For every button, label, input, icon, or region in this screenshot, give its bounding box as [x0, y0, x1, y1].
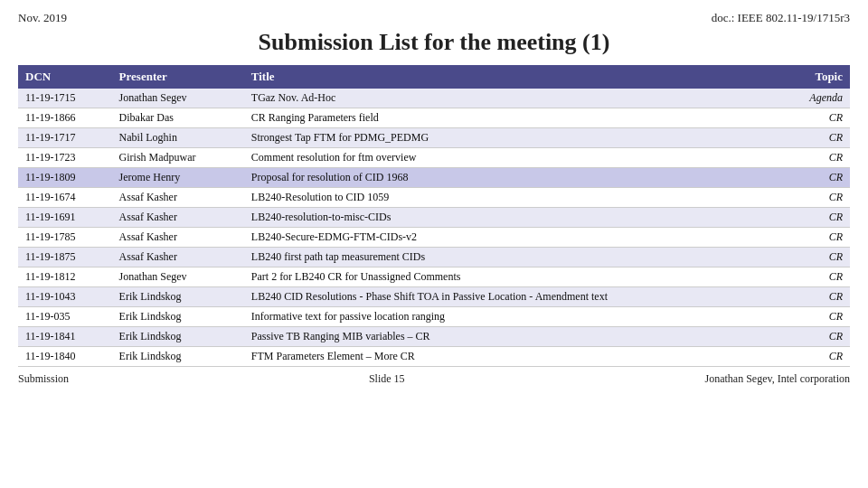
col-header-topic: Topic [781, 65, 850, 89]
cell-dcn: 11-19-1812 [18, 267, 112, 287]
cell-dcn: 11-19-1715 [18, 89, 112, 108]
col-header-title: Title [244, 65, 781, 89]
cell-dcn: 11-19-1674 [18, 188, 112, 208]
cell-presenter: Assaf Kasher [112, 188, 244, 208]
cell-topic: CR [781, 347, 850, 367]
table-row: 11-19-1723Girish MadpuwarComment resolut… [18, 148, 850, 168]
cell-presenter: Jonathan Segev [112, 89, 244, 108]
footer-left: Submission [18, 372, 69, 386]
cell-presenter: Dibakar Das [112, 108, 244, 128]
table-row: 11-19-1785Assaf KasherLB240-Secure-EDMG-… [18, 228, 850, 248]
cell-dcn: 11-19-1785 [18, 228, 112, 248]
table-row: 11-19-1875Assaf KasherLB240 first path t… [18, 248, 850, 267]
cell-topic: CR [781, 108, 850, 128]
cell-presenter: Jonathan Segev [112, 267, 244, 287]
cell-title: LB240-Secure-EDMG-FTM-CIDs-v2 [244, 228, 781, 248]
table-row: 11-19-035Erik LindskogInformative text f… [18, 307, 850, 327]
table-row: 11-19-1841Erik LindskogPassive TB Rangin… [18, 327, 850, 347]
cell-topic: CR [781, 148, 850, 168]
cell-presenter: Erik Lindskog [112, 307, 244, 327]
header-right: doc.: IEEE 802.11-19/1715r3 [712, 11, 850, 25]
cell-title: LB240-resolution-to-misc-CIDs [244, 208, 781, 228]
cell-dcn: 11-19-035 [18, 307, 112, 327]
cell-title: Strongest Tap FTM for PDMG_PEDMG [244, 128, 781, 148]
cell-title: LB240-Resolution to CID 1059 [244, 188, 781, 208]
header: Nov. 2019 doc.: IEEE 802.11-19/1715r3 [18, 11, 850, 25]
cell-presenter: Erik Lindskog [112, 287, 244, 307]
cell-dcn: 11-19-1723 [18, 148, 112, 168]
cell-title: FTM Parameters Element – More CR [244, 347, 781, 367]
cell-presenter: Erik Lindskog [112, 327, 244, 347]
cell-topic: CR [781, 248, 850, 267]
cell-topic: CR [781, 168, 850, 188]
table-row: 11-19-1674Assaf KasherLB240-Resolution t… [18, 188, 850, 208]
cell-presenter: Jerome Henry [112, 168, 244, 188]
submission-table: DCN Presenter Title Topic 11-19-1715Jona… [18, 65, 850, 367]
cell-title: LB240 CID Resolutions - Phase Shift TOA … [244, 287, 781, 307]
page-title: Submission List for the meeting (1) [18, 29, 850, 56]
cell-title: Passive TB Ranging MIB variables – CR [244, 327, 781, 347]
table-row: 11-19-1809Jerome HenryProposal for resol… [18, 168, 850, 188]
header-left: Nov. 2019 [18, 11, 67, 25]
cell-topic: CR [781, 128, 850, 148]
col-header-presenter: Presenter [112, 65, 244, 89]
page: Nov. 2019 doc.: IEEE 802.11-19/1715r3 Su… [0, 0, 868, 488]
cell-topic: CR [781, 188, 850, 208]
cell-title: Comment resolution for ftm overview [244, 148, 781, 168]
cell-title: Informative text for passive location ra… [244, 307, 781, 327]
cell-presenter: Girish Madpuwar [112, 148, 244, 168]
table-row: 11-19-1691Assaf KasherLB240-resolution-t… [18, 208, 850, 228]
cell-topic: CR [781, 287, 850, 307]
col-header-dcn: DCN [18, 65, 112, 89]
cell-dcn: 11-19-1809 [18, 168, 112, 188]
table-row: 11-19-1043Erik LindskogLB240 CID Resolut… [18, 287, 850, 307]
cell-presenter: Assaf Kasher [112, 248, 244, 267]
cell-dcn: 11-19-1717 [18, 128, 112, 148]
cell-topic: CR [781, 208, 850, 228]
cell-presenter: Nabil Loghin [112, 128, 244, 148]
cell-title: CR Ranging Parameters field [244, 108, 781, 128]
table-row: 11-19-1812Jonathan SegevPart 2 for LB240… [18, 267, 850, 287]
cell-topic: CR [781, 267, 850, 287]
footer-right: Jonathan Segev, Intel corporation [704, 372, 850, 386]
cell-presenter: Assaf Kasher [112, 228, 244, 248]
cell-title: LB240 first path tap measurement CIDs [244, 248, 781, 267]
table-row: 11-19-1717Nabil LoghinStrongest Tap FTM … [18, 128, 850, 148]
cell-title: Proposal for resolution of CID 1968 [244, 168, 781, 188]
table-row: 11-19-1866Dibakar DasCR Ranging Paramete… [18, 108, 850, 128]
cell-dcn: 11-19-1875 [18, 248, 112, 267]
cell-dcn: 11-19-1840 [18, 347, 112, 367]
cell-dcn: 11-19-1841 [18, 327, 112, 347]
cell-presenter: Assaf Kasher [112, 208, 244, 228]
cell-title: TGaz Nov. Ad-Hoc [244, 89, 781, 108]
cell-dcn: 11-19-1043 [18, 287, 112, 307]
cell-title: Part 2 for LB240 CR for Unassigned Comme… [244, 267, 781, 287]
cell-dcn: 11-19-1691 [18, 208, 112, 228]
cell-topic: CR [781, 307, 850, 327]
footer-center: Slide 15 [369, 372, 405, 386]
footer: Submission Slide 15 Jonathan Segev, Inte… [18, 372, 850, 386]
cell-topic: Agenda [781, 89, 850, 108]
cell-topic: CR [781, 327, 850, 347]
cell-dcn: 11-19-1866 [18, 108, 112, 128]
table-row: 11-19-1840Erik LindskogFTM Parameters El… [18, 347, 850, 367]
cell-topic: CR [781, 228, 850, 248]
table-row: 11-19-1715Jonathan SegevTGaz Nov. Ad-Hoc… [18, 89, 850, 108]
table-header-row: DCN Presenter Title Topic [18, 65, 850, 89]
cell-presenter: Erik Lindskog [112, 347, 244, 367]
